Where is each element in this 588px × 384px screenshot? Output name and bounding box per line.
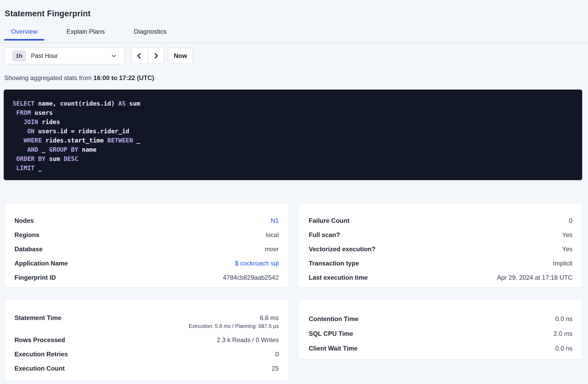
database-label: Database — [14, 245, 43, 253]
tab-overview[interactable]: Overview — [4, 26, 44, 41]
database-value: movr — [265, 245, 279, 253]
statement-time-label: Statement Time — [14, 314, 61, 322]
execution-retries-label: Execution Retries — [14, 350, 68, 358]
statement-time-values: 6.6 ms Execution: 5.8 ms / Planning: 687… — [189, 314, 279, 330]
failure-count-label: Failure Count — [309, 217, 350, 225]
stat-row-client-wait-time: Client Wait Time 0.0 ns — [309, 344, 572, 352]
client-wait-time-label: Client Wait Time — [309, 344, 357, 352]
nodes-label: Nodes — [14, 217, 34, 225]
stat-row-sql-cpu-time: SQL CPU Time 2.0 ms — [309, 330, 572, 338]
fingerprint-id-label: Fingerprint ID — [14, 274, 56, 282]
last-execution-time-label: Last execution time — [309, 274, 368, 282]
statement-time-value: 6.6 ms — [260, 314, 279, 322]
vectorized-execution-value: Yes — [562, 245, 572, 253]
stat-row-database: Database movr — [14, 245, 279, 253]
failure-count-value: 0 — [569, 217, 572, 225]
chevron-left-icon — [136, 52, 143, 60]
stat-row-failure-count: Failure Count 0 — [309, 217, 572, 225]
stat-row-nodes: Nodes N1 — [14, 217, 279, 225]
aggregation-note-prefix: Showing aggregated stats from — [4, 74, 93, 81]
stat-row-fingerprint-id: Fingerprint ID 4784cb829aab2542 — [14, 274, 279, 282]
contention-time-value: 0.0 ns — [555, 315, 572, 323]
stat-row-transaction-type: Transaction type Implicit — [309, 259, 572, 267]
stat-row-statement-time: Statement Time 6.6 ms Execution: 5.8 ms … — [14, 314, 279, 330]
tab-diagnostics-label: Diagnostics — [134, 28, 166, 35]
aggregation-note-range: 16:00 to 17:22 (UTC) — [93, 74, 154, 81]
rows-processed-value: 2.3 k Reads / 0 Writes — [217, 336, 279, 344]
transaction-type-label: Transaction type — [309, 259, 359, 267]
tab-explain-plans[interactable]: Explain Plans — [59, 26, 111, 41]
chevron-down-icon — [111, 53, 117, 59]
time-controls: 1h Past Hour Now — [4, 47, 193, 64]
page-title: Statement Fingerprint — [5, 9, 91, 18]
time-range-dropdown[interactable]: 1h Past Hour — [4, 47, 124, 64]
prev-interval-button[interactable] — [132, 48, 148, 64]
rows-processed-label: Rows Processed — [14, 336, 65, 344]
stat-row-regions: Regions local — [14, 231, 279, 239]
fingerprint-id-value: 4784cb829aab2542 — [223, 274, 279, 282]
execution-count-value: 25 — [272, 365, 279, 372]
stat-row-rows-processed: Rows Processed 2.3 k Reads / 0 Writes — [14, 336, 279, 344]
client-wait-time-value: 0.0 ns — [555, 344, 572, 352]
application-name-label: Application Name — [14, 259, 68, 267]
vectorized-execution-label: Vectorized execution? — [309, 245, 375, 253]
aggregation-note: Showing aggregated stats from 16:00 to 1… — [4, 74, 154, 82]
stat-row-contention-time: Contention Time 0.0 ns — [309, 315, 572, 323]
sql-cpu-time-value: 2.0 ms — [554, 330, 572, 338]
stat-row-execution-count: Execution Count 25 — [14, 365, 279, 372]
regions-label: Regions — [14, 231, 39, 239]
stat-row-last-execution-time: Last execution time Apr 29, 2024 at 17:1… — [309, 274, 572, 282]
stat-row-full-scan: Full scan? Yes — [309, 231, 572, 239]
statement-time-breakdown: Execution: 5.8 ms / Planning: 687.5 µs — [189, 322, 279, 330]
full-scan-value: Yes — [562, 231, 572, 239]
full-scan-label: Full scan? — [309, 231, 340, 239]
sql-code: SELECT name, count(rides.id) AS sum FROM… — [13, 99, 573, 173]
execution-count-label: Execution Count — [14, 365, 65, 372]
now-button[interactable]: Now — [168, 48, 193, 64]
tab-diagnostics[interactable]: Diagnostics — [127, 26, 173, 41]
time-range-label: Past Hour — [31, 52, 58, 60]
time-pager — [131, 48, 164, 64]
overview-details-card: Nodes N1 Regions local Database movr App… — [4, 203, 288, 288]
execution-attributes-card: Failure Count 0 Full scan? Yes Vectorize… — [298, 203, 582, 288]
contention-time-label: Contention Time — [309, 315, 358, 323]
stat-row-execution-retries: Execution Retries 0 — [14, 350, 279, 358]
time-stats-card: Contention Time 0.0 ns SQL CPU Time 2.0 … — [298, 299, 582, 359]
stat-row-vectorized-execution: Vectorized execution? Yes — [309, 245, 572, 253]
last-execution-time-value: Apr 29, 2024 at 17:18 UTC — [497, 274, 572, 282]
nodes-value-link[interactable]: N1 — [271, 217, 279, 225]
tab-bar: Overview Explain Plans Diagnostics — [0, 26, 588, 43]
regions-value: local — [266, 231, 279, 239]
stat-row-application-name: Application Name $ cockroach sql — [14, 259, 279, 267]
execution-retries-value: 0 — [275, 350, 279, 358]
transaction-type-value: Implicit — [553, 259, 572, 267]
next-interval-button[interactable] — [148, 48, 164, 64]
statement-stats-card: Statement Time 6.6 ms Execution: 5.8 ms … — [4, 299, 288, 381]
tab-explain-plans-label: Explain Plans — [66, 28, 104, 35]
chevron-right-icon — [152, 52, 160, 60]
sql-cpu-time-label: SQL CPU Time — [309, 330, 353, 338]
tab-overview-label: Overview — [11, 28, 37, 35]
interval-badge: 1h — [12, 50, 26, 61]
sql-statement-box: SELECT name, count(rides.id) AS sum FROM… — [4, 90, 582, 180]
application-name-value-link[interactable]: $ cockroach sql — [235, 259, 279, 267]
statement-fingerprint-page: Statement Fingerprint Overview Explain P… — [0, 0, 588, 384]
